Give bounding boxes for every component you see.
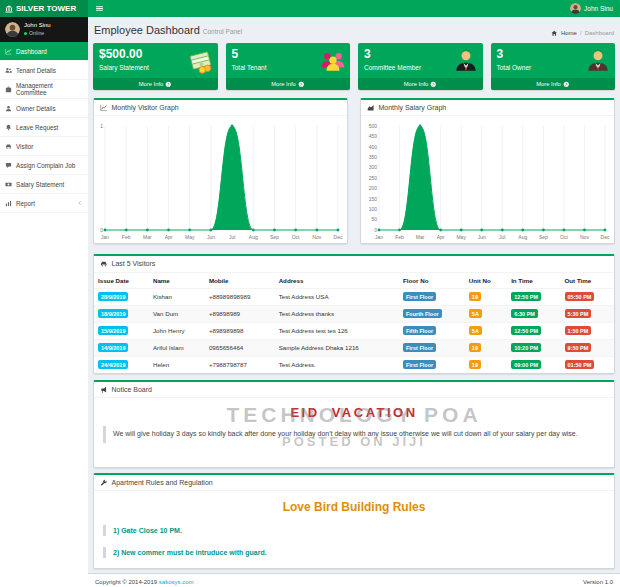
stat-card-icon	[188, 48, 214, 74]
in-time-badge: 10:20 PM	[511, 343, 541, 352]
sidebar-item[interactable]: Leave Request	[0, 118, 88, 137]
issue-date-badge: 15/9/2019	[98, 326, 128, 335]
out-time-badge: 1:50 PM	[565, 326, 592, 335]
svg-text:Nov: Nov	[580, 234, 589, 240]
svg-text:Apr: Apr	[437, 234, 445, 240]
visitor-name-cell: John Henry	[149, 322, 205, 339]
svg-text:Jul: Jul	[229, 234, 235, 240]
more-info-link[interactable]: More Info	[93, 78, 218, 90]
svg-text:100: 100	[369, 206, 378, 212]
column-header: Floor No	[399, 273, 465, 289]
svg-text:Dec: Dec	[334, 234, 343, 240]
sidebar-item-label: Dashboard	[16, 48, 47, 55]
box-header: Monthly Salary Graph	[361, 100, 614, 117]
sidebar-item-icon	[5, 86, 12, 93]
sidebar-item[interactable]: Assign Complain Job	[0, 156, 88, 175]
monthly-salary-chart: 050100150200250300350400450500JanFebMarA…	[362, 118, 611, 242]
online-dot-icon	[24, 32, 27, 35]
visitor-address-cell: Test Address thanks	[275, 305, 399, 322]
table-row: 18/9/2019 Van Dum +89898989 Test Address…	[94, 305, 614, 322]
arrow-circle-icon	[165, 81, 172, 88]
box-title: Last 5 Visitors	[112, 260, 156, 267]
box-header: Monthly Visitor Graph	[94, 100, 347, 117]
stat-card: 3 Total Owner More Info	[491, 43, 616, 90]
breadcrumb-current: Dashboard	[585, 30, 614, 36]
breadcrumb: Home / Dashboard	[551, 30, 614, 37]
svg-text:Oct: Oct	[292, 234, 300, 240]
sidebar-item-label: Leave Request	[16, 124, 58, 131]
unit-badge: 19	[469, 292, 481, 301]
arrow-circle-icon	[430, 81, 437, 88]
breadcrumb-home-link[interactable]: Home	[561, 30, 577, 36]
sidebar-item[interactable]: Report	[0, 194, 88, 213]
svg-text:Aug: Aug	[518, 234, 527, 240]
navbar-user-menu[interactable]: John Sinu	[570, 3, 613, 14]
line-chart-icon	[100, 104, 108, 112]
sidebar-user-name: John Sinu	[24, 22, 51, 30]
sidebar-item[interactable]: Tenant Details	[0, 61, 88, 80]
more-info-link[interactable]: More Info	[226, 78, 351, 90]
sidebar-item-label: Visitor	[16, 143, 33, 150]
floor-badge: Fifth Floor	[403, 326, 436, 335]
sidebar-item[interactable]: Management Committee	[0, 80, 88, 99]
sidebar-item-icon	[5, 143, 12, 150]
more-info-link[interactable]: More Info	[358, 78, 483, 90]
floor-badge: First Floor	[403, 292, 436, 301]
navbar-main: John Sinu	[88, 0, 620, 17]
more-info-link[interactable]: More Info	[491, 78, 616, 90]
avatar	[5, 22, 20, 37]
sidebar-item-label: Management Committee	[16, 82, 83, 96]
sidebar-item-icon	[5, 105, 12, 112]
notice-heading: EID VACATION	[94, 405, 614, 420]
svg-text:150: 150	[369, 196, 378, 202]
issue-date-badge: 24/4/2019	[98, 360, 128, 369]
sidebar-item[interactable]: Dashboard	[0, 42, 88, 61]
box-header: Apartment Rules and Regulation	[94, 475, 614, 492]
stat-card-icon	[453, 48, 479, 74]
unit-badge: 19	[469, 360, 481, 369]
unit-badge: 5A	[469, 309, 482, 318]
visitor-mobile-cell: +7988798787	[205, 356, 275, 373]
sidebar: John Sinu Online Dashboard Tenant Detail…	[0, 17, 88, 587]
svg-text:Feb: Feb	[395, 234, 404, 240]
svg-text:Oct: Oct	[560, 234, 568, 240]
copyright: Copyright © 2014-2019 sakosys.com	[95, 579, 194, 585]
version-label: Version 1.0	[583, 579, 613, 585]
svg-text:Aug: Aug	[249, 234, 258, 240]
in-time-badge: 12:50 PM	[511, 292, 541, 301]
table-row: 28/9/2019 Kishan +88989898989 Test Addre…	[94, 288, 614, 305]
visitor-name-cell: Helen	[149, 356, 205, 373]
last-visitors-box: Last 5 Visitors Issue DateNameMobileAddr…	[93, 254, 615, 374]
svg-text:May: May	[456, 234, 466, 240]
svg-text:Jun: Jun	[207, 234, 215, 240]
svg-text:Feb: Feb	[122, 234, 131, 240]
sidebar-item[interactable]: Owner Details	[0, 99, 88, 118]
monthly-salary-graph-box: Monthly Salary Graph 0501001502002503003…	[360, 98, 615, 245]
table-body: 28/9/2019 Kishan +88989898989 Test Addre…	[94, 288, 614, 373]
table-row: 14/9/2019 Ariful Islam 0965656464 Sample…	[94, 339, 614, 356]
svg-text:Jun: Jun	[478, 234, 486, 240]
sidebar-item-label: Assign Complain Job	[16, 162, 75, 169]
notice-board-box: Notice Board EID VACATION We will give h…	[93, 380, 615, 468]
stat-card: 3 Committee Member More Info	[358, 43, 483, 90]
page-title: Employee DashboardControl Panel	[94, 24, 242, 36]
rule-item: 2) New commer must be intruduce with gua…	[103, 547, 605, 558]
bank-icon	[5, 5, 13, 13]
visitor-mobile-cell: +898989898	[205, 322, 275, 339]
sidebar-item[interactable]: Salary Statement	[0, 175, 88, 194]
box-title: Notice Board	[112, 386, 152, 393]
table-header-row: Issue DateNameMobileAddressFloor NoUnit …	[94, 273, 614, 289]
svg-text:Sep: Sep	[270, 234, 279, 240]
sidebar-item-icon	[5, 48, 12, 55]
brand[interactable]: SILVER TOWER	[0, 0, 88, 17]
in-time-badge: 09:00 PM	[511, 360, 541, 369]
sidebar-item-label: Tenant Details	[16, 67, 56, 74]
svg-text:1: 1	[100, 123, 103, 129]
box-title: Monthly Visitor Graph	[112, 104, 179, 111]
footer-link[interactable]: sakosys.com	[159, 579, 194, 585]
svg-text:200: 200	[369, 185, 378, 191]
sidebar-item[interactable]: Visitor	[0, 137, 88, 156]
box-title: Monthly Salary Graph	[379, 104, 447, 111]
sidebar-toggle-button[interactable]	[95, 4, 104, 13]
svg-text:Jan: Jan	[101, 234, 109, 240]
